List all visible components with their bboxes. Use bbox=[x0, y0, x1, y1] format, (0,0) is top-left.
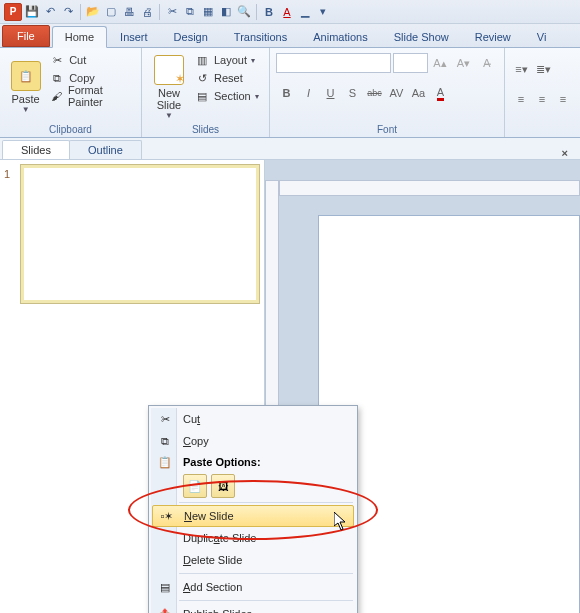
context-menu: ✂ Cut ⧉ Copy 📋 Paste Options: 📄 🖼 ▫✶ New… bbox=[148, 405, 358, 613]
ribbon: 📋 Paste ▼ ✂ Cut ⧉ Copy 🖌 Format Painter bbox=[0, 48, 580, 138]
find-icon[interactable]: 🔍 bbox=[236, 4, 252, 20]
paste-button[interactable]: 📋 Paste ▼ bbox=[6, 51, 45, 124]
bold-icon[interactable]: B bbox=[261, 4, 277, 20]
new-slide-button[interactable]: ✶ New Slide ▼ bbox=[148, 51, 190, 124]
undo-icon[interactable]: ↶ bbox=[42, 4, 58, 20]
bold-button[interactable]: B bbox=[276, 83, 298, 103]
char-spacing-button[interactable]: AV bbox=[386, 83, 408, 103]
underline-button[interactable]: U bbox=[320, 83, 342, 103]
open-icon[interactable]: 📂 bbox=[85, 4, 101, 20]
change-case-button[interactable]: Aa bbox=[408, 83, 430, 103]
quickprint-icon[interactable]: 🖨 bbox=[139, 4, 155, 20]
redo-icon[interactable]: ↷ bbox=[60, 4, 76, 20]
paste-icon: 📋 bbox=[11, 61, 41, 91]
new-icon[interactable]: ▢ bbox=[103, 4, 119, 20]
chevron-down-icon: ▾ bbox=[251, 56, 255, 65]
fontcolor-icon[interactable]: A bbox=[279, 4, 295, 20]
chevron-down-icon: ▾ bbox=[255, 92, 259, 101]
slide-canvas[interactable] bbox=[319, 216, 579, 613]
ctx-publish-slides[interactable]: 📤 Publish Slides bbox=[151, 603, 355, 613]
print-icon[interactable]: 🖶 bbox=[121, 4, 137, 20]
shapes-icon[interactable]: ◧ bbox=[218, 4, 234, 20]
grow-font-button[interactable]: A▴ bbox=[430, 53, 451, 73]
align-right-button[interactable]: ≡ bbox=[553, 89, 574, 109]
reset-icon: ↺ bbox=[194, 70, 210, 86]
tab-view-cut[interactable]: Vi bbox=[524, 26, 560, 47]
copy-icon: ⧉ bbox=[156, 432, 174, 450]
font-color-button[interactable]: A bbox=[430, 83, 452, 103]
ctx-delete-slide[interactable]: Delete Slide bbox=[151, 549, 355, 571]
chevron-down-icon[interactable]: ▼ bbox=[165, 111, 173, 120]
slide-number: 1 bbox=[4, 164, 14, 304]
group-title-clipboard: Clipboard bbox=[6, 124, 135, 137]
workspace: 1 ✂ Cut ⧉ Copy 📋 Paste Options: 📄 🖼 ▫✶ bbox=[0, 160, 580, 613]
chevron-down-icon[interactable]: ▼ bbox=[22, 105, 30, 114]
font-size-select[interactable] bbox=[393, 53, 428, 73]
paste-label: Paste bbox=[12, 93, 40, 105]
scissors-icon: ✂ bbox=[156, 410, 174, 428]
section-icon: ▤ bbox=[194, 88, 210, 104]
panel-close-button[interactable]: × bbox=[558, 147, 572, 159]
tab-transitions[interactable]: Transitions bbox=[221, 26, 300, 47]
save-icon[interactable]: 💾 bbox=[24, 4, 40, 20]
publish-icon: 📤 bbox=[156, 605, 174, 613]
strike-button[interactable]: abc bbox=[364, 83, 386, 103]
layout-icon: ▥ bbox=[194, 52, 210, 68]
clear-format-button[interactable]: A̶ bbox=[477, 53, 498, 73]
panel-tab-slides[interactable]: Slides bbox=[2, 140, 70, 159]
group-paragraph: ≡▾ ≣▾ ≡ ≡ ≡ bbox=[505, 48, 580, 137]
copy-icon[interactable]: ⧉ bbox=[182, 4, 198, 20]
slide-preview[interactable] bbox=[20, 164, 260, 304]
paste-picture-button[interactable]: 🖼 bbox=[211, 474, 235, 498]
tab-home[interactable]: Home bbox=[52, 26, 107, 48]
format-painter-button[interactable]: 🖌 Format Painter bbox=[49, 87, 135, 105]
group-clipboard: 📋 Paste ▼ ✂ Cut ⧉ Copy 🖌 Format Painter bbox=[0, 48, 142, 137]
align-left-button[interactable]: ≡ bbox=[511, 89, 532, 109]
group-font: A▴ A▾ A̶ B I U S abc AV Aa A Font bbox=[270, 48, 505, 137]
ctx-cut[interactable]: ✂ Cut bbox=[151, 408, 355, 430]
table-icon[interactable]: ▦ bbox=[200, 4, 216, 20]
shrink-font-button[interactable]: A▾ bbox=[453, 53, 474, 73]
ctx-paste-options: 📄 🖼 bbox=[151, 472, 355, 500]
copy-icon: ⧉ bbox=[49, 70, 65, 86]
format-painter-label: Format Painter bbox=[68, 84, 135, 108]
tab-review[interactable]: Review bbox=[462, 26, 524, 47]
group-title-slides: Slides bbox=[148, 124, 263, 137]
layout-label: Layout bbox=[214, 54, 247, 66]
tab-file[interactable]: File bbox=[2, 25, 50, 47]
cut-label: Cut bbox=[69, 54, 86, 66]
paste-keep-formatting-button[interactable]: 📄 bbox=[183, 474, 207, 498]
bullets-button[interactable]: ≡▾ bbox=[511, 59, 533, 79]
app-icon-powerpoint: P bbox=[4, 3, 22, 21]
tab-slideshow[interactable]: Slide Show bbox=[381, 26, 462, 47]
highlight-icon[interactable]: ▁ bbox=[297, 4, 313, 20]
tab-insert[interactable]: Insert bbox=[107, 26, 161, 47]
cut-button[interactable]: ✂ Cut bbox=[49, 51, 135, 69]
tab-design[interactable]: Design bbox=[161, 26, 221, 47]
font-family-select[interactable] bbox=[276, 53, 391, 73]
reset-button[interactable]: ↺ Reset bbox=[194, 69, 259, 87]
ctx-add-section[interactable]: ▤ Add Section bbox=[151, 576, 355, 598]
ctx-new-slide[interactable]: ▫✶ New Slide bbox=[152, 505, 354, 527]
tab-animations[interactable]: Animations bbox=[300, 26, 380, 47]
align-center-button[interactable]: ≡ bbox=[532, 89, 553, 109]
new-slide-icon: ✶ bbox=[154, 55, 184, 85]
section-button[interactable]: ▤ Section ▾ bbox=[194, 87, 259, 105]
layout-button[interactable]: ▥ Layout ▾ bbox=[194, 51, 259, 69]
clipboard-icon: 📋 bbox=[156, 453, 174, 471]
scissors-icon: ✂ bbox=[49, 52, 65, 68]
italic-button[interactable]: I bbox=[298, 83, 320, 103]
panel-tabs: Slides Outline × bbox=[0, 138, 580, 160]
new-slide-icon: ▫✶ bbox=[158, 507, 176, 525]
numbering-button[interactable]: ≣▾ bbox=[533, 59, 555, 79]
brush-icon: 🖌 bbox=[49, 88, 64, 104]
qat-more-icon[interactable]: ▾ bbox=[315, 4, 331, 20]
ctx-copy[interactable]: ⧉ Copy bbox=[151, 430, 355, 452]
new-slide-label: New Slide bbox=[157, 87, 181, 111]
slide-thumbnail[interactable]: 1 bbox=[4, 164, 260, 304]
shadow-button[interactable]: S bbox=[342, 83, 364, 103]
ctx-duplicate-slide[interactable]: Duplicate Slide bbox=[151, 527, 355, 549]
group-slides: ✶ New Slide ▼ ▥ Layout ▾ ↺ Reset ▤ Secti… bbox=[142, 48, 270, 137]
cut-icon[interactable]: ✂ bbox=[164, 4, 180, 20]
panel-tab-outline[interactable]: Outline bbox=[69, 140, 142, 159]
